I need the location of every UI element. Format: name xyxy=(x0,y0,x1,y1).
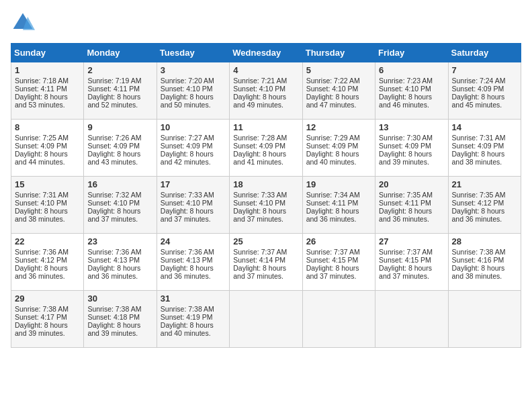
sunset-label: Sunset: 4:09 PM xyxy=(379,142,431,150)
day-of-week-header: Tuesday xyxy=(157,44,229,62)
sunrise-label: Sunrise: 7:36 AM xyxy=(87,248,141,256)
sunset-label: Sunset: 4:11 PM xyxy=(306,199,359,207)
sunrise-label: Sunrise: 7:38 AM xyxy=(15,305,69,313)
sunrise-label: Sunrise: 7:32 AM xyxy=(87,191,141,199)
daylight-label: Daylight: 8 hours and 38 minutes. xyxy=(15,207,68,223)
daylight-label: Daylight: 8 hours and 42 minutes. xyxy=(161,150,214,166)
day-of-week-header: Sunday xyxy=(11,44,84,62)
calendar-cell: 4 Sunrise: 7:21 AM Sunset: 4:10 PM Dayli… xyxy=(230,62,302,120)
sunrise-label: Sunrise: 7:35 AM xyxy=(379,191,433,199)
calendar-cell: 14 Sunrise: 7:31 AM Sunset: 4:09 PM Dayl… xyxy=(448,120,521,177)
logo-icon xyxy=(11,11,35,35)
calendar-cell xyxy=(448,291,521,348)
sunrise-label: Sunrise: 7:36 AM xyxy=(161,248,214,256)
sunset-label: Sunset: 4:12 PM xyxy=(15,256,67,264)
day-number: 9 xyxy=(87,122,152,132)
daylight-label: Daylight: 8 hours and 36 minutes. xyxy=(87,264,140,280)
sunset-label: Sunset: 4:11 PM xyxy=(15,85,67,93)
sunset-label: Sunset: 4:09 PM xyxy=(306,142,359,150)
calendar-cell: 21 Sunrise: 7:35 AM Sunset: 4:12 PM Dayl… xyxy=(448,177,521,234)
sunset-label: Sunset: 4:09 PM xyxy=(452,142,504,150)
sunset-label: Sunset: 4:11 PM xyxy=(379,199,431,207)
sunrise-label: Sunrise: 7:18 AM xyxy=(15,77,69,85)
daylight-label: Daylight: 8 hours and 40 minutes. xyxy=(306,150,359,166)
sunrise-label: Sunrise: 7:37 AM xyxy=(379,248,433,256)
calendar-cell: 13 Sunrise: 7:30 AM Sunset: 4:09 PM Dayl… xyxy=(375,120,448,177)
daylight-label: Daylight: 8 hours and 36 minutes. xyxy=(379,207,432,223)
sunrise-label: Sunrise: 7:23 AM xyxy=(379,77,433,85)
sunset-label: Sunset: 4:10 PM xyxy=(161,85,213,93)
calendar-cell: 20 Sunrise: 7:35 AM Sunset: 4:11 PM Dayl… xyxy=(375,177,448,234)
day-number: 13 xyxy=(379,122,444,132)
day-number: 7 xyxy=(452,65,517,75)
daylight-label: Daylight: 8 hours and 50 minutes. xyxy=(161,93,214,109)
sunrise-label: Sunrise: 7:27 AM xyxy=(161,134,214,142)
daylight-label: Daylight: 8 hours and 39 minutes. xyxy=(15,321,68,337)
daylight-label: Daylight: 8 hours and 37 minutes. xyxy=(87,207,140,223)
calendar-cell: 31 Sunrise: 7:38 AM Sunset: 4:19 PM Dayl… xyxy=(157,291,229,348)
calendar-cell: 27 Sunrise: 7:37 AM Sunset: 4:15 PM Dayl… xyxy=(375,234,448,291)
sunrise-label: Sunrise: 7:35 AM xyxy=(452,191,506,199)
daylight-label: Daylight: 8 hours and 53 minutes. xyxy=(15,93,68,109)
sunset-label: Sunset: 4:09 PM xyxy=(233,142,285,150)
sunset-label: Sunset: 4:15 PM xyxy=(379,256,431,264)
sunrise-label: Sunrise: 7:24 AM xyxy=(452,77,506,85)
day-number: 10 xyxy=(161,122,226,132)
day-number: 20 xyxy=(379,179,444,189)
calendar-cell: 2 Sunrise: 7:19 AM Sunset: 4:11 PM Dayli… xyxy=(84,62,157,120)
calendar-cell: 29 Sunrise: 7:38 AM Sunset: 4:17 PM Dayl… xyxy=(11,291,84,348)
daylight-label: Daylight: 8 hours and 37 minutes. xyxy=(306,264,359,280)
daylight-label: Daylight: 8 hours and 52 minutes. xyxy=(87,93,140,109)
daylight-label: Daylight: 8 hours and 44 minutes. xyxy=(15,150,68,166)
day-number: 19 xyxy=(306,179,371,189)
calendar-cell: 5 Sunrise: 7:22 AM Sunset: 4:10 PM Dayli… xyxy=(302,62,375,120)
calendar-cell: 26 Sunrise: 7:37 AM Sunset: 4:15 PM Dayl… xyxy=(302,234,375,291)
sunset-label: Sunset: 4:10 PM xyxy=(233,199,285,207)
day-number: 1 xyxy=(15,65,80,75)
calendar-cell: 12 Sunrise: 7:29 AM Sunset: 4:09 PM Dayl… xyxy=(302,120,375,177)
day-number: 4 xyxy=(233,65,298,75)
day-of-week-header: Monday xyxy=(84,44,157,62)
day-number: 3 xyxy=(161,65,226,75)
sunset-label: Sunset: 4:10 PM xyxy=(15,199,67,207)
daylight-label: Daylight: 8 hours and 37 minutes. xyxy=(233,207,286,223)
sunrise-label: Sunrise: 7:30 AM xyxy=(379,134,433,142)
daylight-label: Daylight: 8 hours and 38 minutes. xyxy=(452,150,505,166)
day-of-week-header: Saturday xyxy=(448,44,521,62)
daylight-label: Daylight: 8 hours and 37 minutes. xyxy=(233,264,286,280)
sunset-label: Sunset: 4:11 PM xyxy=(87,85,140,93)
day-number: 30 xyxy=(87,293,152,304)
day-number: 29 xyxy=(15,293,80,304)
sunset-label: Sunset: 4:09 PM xyxy=(87,142,140,150)
sunrise-label: Sunrise: 7:33 AM xyxy=(233,191,287,199)
calendar-cell xyxy=(302,291,375,348)
calendar-cell: 8 Sunrise: 7:25 AM Sunset: 4:09 PM Dayli… xyxy=(11,120,84,177)
daylight-label: Daylight: 8 hours and 46 minutes. xyxy=(379,93,432,109)
sunrise-label: Sunrise: 7:26 AM xyxy=(87,134,141,142)
calendar-cell: 9 Sunrise: 7:26 AM Sunset: 4:09 PM Dayli… xyxy=(84,120,157,177)
sunset-label: Sunset: 4:14 PM xyxy=(233,256,285,264)
daylight-label: Daylight: 8 hours and 41 minutes. xyxy=(233,150,286,166)
sunrise-label: Sunrise: 7:34 AM xyxy=(306,191,360,199)
calendar-cell: 15 Sunrise: 7:31 AM Sunset: 4:10 PM Dayl… xyxy=(11,177,84,234)
sunrise-label: Sunrise: 7:37 AM xyxy=(233,248,287,256)
calendar-cell: 11 Sunrise: 7:28 AM Sunset: 4:09 PM Dayl… xyxy=(230,120,302,177)
calendar-cell: 16 Sunrise: 7:32 AM Sunset: 4:10 PM Dayl… xyxy=(84,177,157,234)
daylight-label: Daylight: 8 hours and 43 minutes. xyxy=(87,150,140,166)
day-number: 2 xyxy=(87,65,152,75)
sunrise-label: Sunrise: 7:22 AM xyxy=(306,77,360,85)
daylight-label: Daylight: 8 hours and 38 minutes. xyxy=(452,264,505,280)
daylight-label: Daylight: 8 hours and 40 minutes. xyxy=(161,321,214,337)
calendar-cell: 6 Sunrise: 7:23 AM Sunset: 4:10 PM Dayli… xyxy=(375,62,448,120)
day-of-week-header: Friday xyxy=(375,44,448,62)
day-number: 31 xyxy=(161,293,226,304)
day-number: 5 xyxy=(306,65,371,75)
logo xyxy=(11,11,38,35)
sunset-label: Sunset: 4:13 PM xyxy=(87,256,140,264)
daylight-label: Daylight: 8 hours and 45 minutes. xyxy=(452,93,505,109)
calendar-cell: 24 Sunrise: 7:36 AM Sunset: 4:13 PM Dayl… xyxy=(157,234,229,291)
daylight-label: Daylight: 8 hours and 39 minutes. xyxy=(87,321,140,337)
calendar-cell: 30 Sunrise: 7:38 AM Sunset: 4:18 PM Dayl… xyxy=(84,291,157,348)
calendar-cell xyxy=(230,291,302,348)
day-number: 15 xyxy=(15,179,80,189)
